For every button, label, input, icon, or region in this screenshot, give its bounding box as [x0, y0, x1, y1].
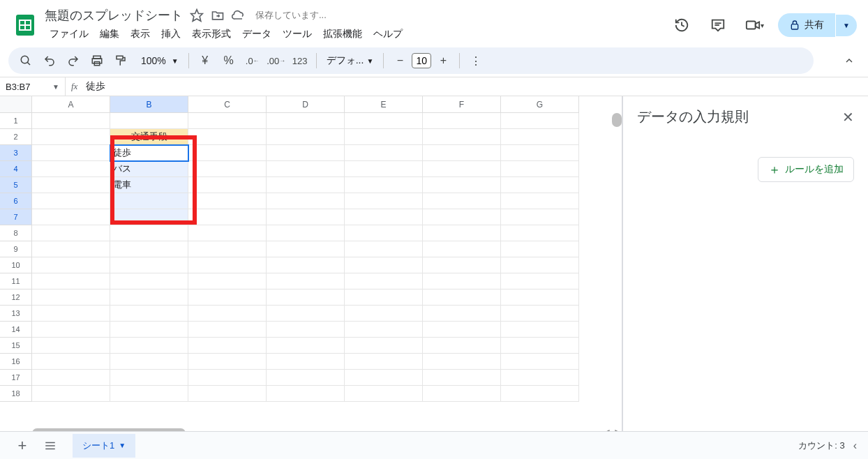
- cell-C2[interactable]: [188, 129, 267, 145]
- cell-B15[interactable]: [110, 338, 188, 354]
- cell-G16[interactable]: [501, 354, 579, 370]
- fontsize-decrease-icon[interactable]: −: [389, 50, 410, 71]
- cell-C18[interactable]: [188, 386, 267, 402]
- cell-D5[interactable]: [267, 177, 345, 193]
- menu-insert[interactable]: 挿入: [156, 25, 186, 43]
- row-header-1[interactable]: 1: [0, 113, 32, 129]
- formula-bar[interactable]: 徒歩: [83, 80, 868, 93]
- share-button[interactable]: 共有: [778, 13, 835, 37]
- cell-A3[interactable]: [32, 145, 110, 161]
- cell-B17[interactable]: [110, 370, 188, 386]
- menu-extensions[interactable]: 拡張機能: [318, 25, 367, 43]
- cell-F12[interactable]: [423, 289, 501, 306]
- cell-C16[interactable]: [188, 354, 267, 370]
- sheet-tab-1[interactable]: シート1 ▼: [73, 434, 135, 458]
- row-header-12[interactable]: 12: [0, 289, 32, 306]
- share-dropdown[interactable]: ▼: [836, 15, 857, 36]
- cell-G7[interactable]: [501, 209, 579, 225]
- row-header-2[interactable]: 2: [0, 129, 32, 145]
- cell-F14[interactable]: [423, 322, 501, 338]
- row-header-10[interactable]: 10: [0, 257, 32, 273]
- cell-E11[interactable]: [345, 273, 423, 289]
- zoom-selector[interactable]: 100%▼: [134, 55, 183, 66]
- cell-A5[interactable]: [32, 177, 110, 193]
- increase-decimal-icon[interactable]: .00→: [266, 50, 287, 71]
- spreadsheet-grid[interactable]: A B C D E F G 12交通手段3徒歩4バス5電車67891011121…: [0, 96, 622, 438]
- selection-count[interactable]: カウント: 3: [798, 439, 844, 452]
- font-selector[interactable]: デフォ...▼: [322, 54, 378, 67]
- percent-icon[interactable]: %: [218, 50, 239, 71]
- all-sheets-icon[interactable]: [39, 435, 61, 457]
- cell-D1[interactable]: [267, 113, 345, 129]
- cell-C13[interactable]: [188, 306, 267, 322]
- cell-B8[interactable]: [110, 225, 188, 241]
- cell-A2[interactable]: [32, 129, 110, 145]
- cell-E4[interactable]: [345, 161, 423, 177]
- menu-tools[interactable]: ツール: [278, 25, 317, 43]
- cell-D12[interactable]: [267, 289, 345, 306]
- cell-F2[interactable]: [423, 129, 501, 145]
- col-header-f[interactable]: F: [423, 96, 501, 113]
- cell-F9[interactable]: [423, 241, 501, 257]
- cell-F11[interactable]: [423, 273, 501, 289]
- cell-G18[interactable]: [501, 386, 579, 402]
- decrease-decimal-icon[interactable]: .0←: [242, 50, 263, 71]
- cell-C14[interactable]: [188, 322, 267, 338]
- cell-F6[interactable]: [423, 193, 501, 209]
- cell-A14[interactable]: [32, 322, 110, 338]
- cell-D13[interactable]: [267, 306, 345, 322]
- row-header-13[interactable]: 13: [0, 306, 32, 322]
- cell-G1[interactable]: [501, 113, 579, 129]
- cell-E8[interactable]: [345, 225, 423, 241]
- cell-A6[interactable]: [32, 193, 110, 209]
- row-header-6[interactable]: 6: [0, 193, 32, 209]
- cell-A18[interactable]: [32, 386, 110, 402]
- cell-A17[interactable]: [32, 370, 110, 386]
- col-header-e[interactable]: E: [345, 96, 423, 113]
- cell-D9[interactable]: [267, 241, 345, 257]
- sheets-logo-icon[interactable]: [11, 11, 39, 39]
- cell-D2[interactable]: [267, 129, 345, 145]
- fontsize-increase-icon[interactable]: +: [433, 50, 454, 71]
- cell-A4[interactable]: [32, 161, 110, 177]
- history-icon[interactable]: [669, 13, 694, 38]
- paint-format-icon[interactable]: [110, 50, 131, 71]
- cell-F1[interactable]: [423, 113, 501, 129]
- cell-E7[interactable]: [345, 209, 423, 225]
- search-menus-icon[interactable]: [15, 50, 36, 71]
- cell-C11[interactable]: [188, 273, 267, 289]
- cell-B16[interactable]: [110, 354, 188, 370]
- cell-E14[interactable]: [345, 322, 423, 338]
- cell-E9[interactable]: [345, 241, 423, 257]
- cell-F7[interactable]: [423, 209, 501, 225]
- cell-C6[interactable]: [188, 193, 267, 209]
- cell-G10[interactable]: [501, 257, 579, 273]
- cell-D3[interactable]: [267, 145, 345, 161]
- meet-icon[interactable]: ▾: [742, 13, 767, 38]
- col-header-c[interactable]: C: [188, 96, 267, 113]
- cell-A7[interactable]: [32, 209, 110, 225]
- cell-B14[interactable]: [110, 322, 188, 338]
- cell-E16[interactable]: [345, 354, 423, 370]
- menu-file[interactable]: ファイル: [45, 25, 93, 43]
- cell-F8[interactable]: [423, 225, 501, 241]
- cell-D6[interactable]: [267, 193, 345, 209]
- cell-D18[interactable]: [267, 386, 345, 402]
- row-header-16[interactable]: 16: [0, 354, 32, 370]
- cell-G17[interactable]: [501, 370, 579, 386]
- cell-C12[interactable]: [188, 289, 267, 306]
- col-header-g[interactable]: G: [501, 96, 579, 113]
- explore-icon[interactable]: ‹: [853, 439, 857, 452]
- cell-B18[interactable]: [110, 386, 188, 402]
- cell-C5[interactable]: [188, 177, 267, 193]
- cell-D17[interactable]: [267, 370, 345, 386]
- cell-B4[interactable]: バス: [110, 161, 188, 177]
- row-header-11[interactable]: 11: [0, 273, 32, 289]
- cell-C10[interactable]: [188, 257, 267, 273]
- select-all-corner[interactable]: [0, 96, 32, 113]
- cell-D4[interactable]: [267, 161, 345, 177]
- cell-B12[interactable]: [110, 289, 188, 306]
- number-format-icon[interactable]: 123: [290, 50, 310, 71]
- cell-F16[interactable]: [423, 354, 501, 370]
- cell-D10[interactable]: [267, 257, 345, 273]
